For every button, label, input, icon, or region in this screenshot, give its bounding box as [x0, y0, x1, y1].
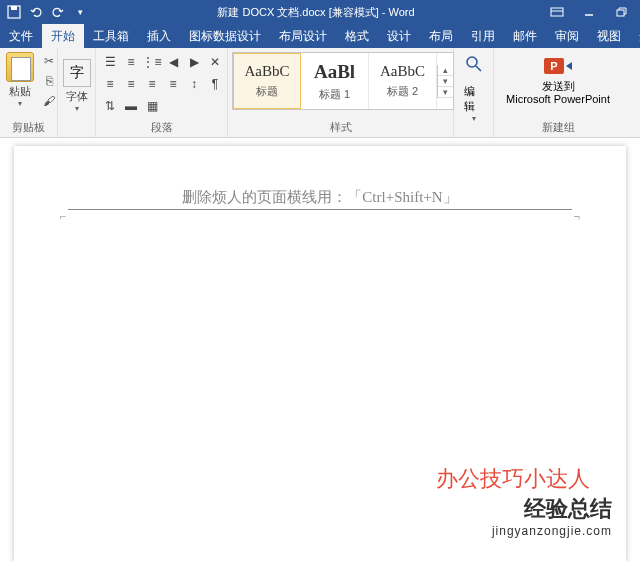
copy-icon[interactable]: ⎘	[40, 72, 58, 90]
tab-design[interactable]: 设计	[378, 24, 420, 48]
font-group: 字 字体 ▾	[58, 48, 96, 137]
increase-indent-icon[interactable]: ▶	[184, 52, 204, 72]
bullets-icon[interactable]: ☰	[100, 52, 120, 72]
borders-icon[interactable]: ▦	[142, 96, 162, 116]
font-label: 字体	[66, 89, 88, 104]
style-title[interactable]: AaBbC 标题	[233, 53, 301, 109]
styles-group-label: 样式	[232, 118, 449, 137]
tab-mail[interactable]: 邮件	[504, 24, 546, 48]
svg-rect-1	[11, 6, 17, 10]
clipboard-icon	[6, 52, 34, 82]
style-preview: AaBbC	[380, 63, 425, 80]
style-scroll: ▴ ▾ ▾	[437, 65, 453, 98]
style-heading2[interactable]: AaBbC 标题 2	[369, 53, 437, 109]
style-scroll-up-icon[interactable]: ▴	[438, 65, 453, 76]
watermark-pinyin: jingyanzongjie.com	[492, 524, 612, 538]
paragraph-group: ☰ ≡ ⋮≡ ◀ ▶ ✕ ≡ ≡ ≡ ≡ ↕ ¶ ⇅ ▬	[96, 48, 228, 137]
redo-icon[interactable]	[48, 2, 68, 22]
style-more-icon[interactable]: ▾	[438, 87, 453, 98]
watermark-red: 办公技巧小达人	[436, 464, 590, 494]
style-gallery: AaBbC 标题 AaBl 标题 1 AaBbC 标题 2 ▴ ▾ ▾	[232, 52, 454, 110]
send-to-label: 发送到Microsoft PowerPoint	[506, 80, 610, 106]
shading-icon[interactable]: ▬	[121, 96, 141, 116]
ribbon-tabs: 文件 开始 工具箱 插入 图标数据设计 布局设计 格式 设计 布局 引用 邮件 …	[0, 24, 640, 48]
style-name: 标题 1	[319, 87, 350, 102]
tab-file[interactable]: 文件	[0, 24, 42, 48]
header-text: 删除烦人的页面横线用：「Ctrl+Shift+N」	[182, 188, 457, 207]
watermark-black: 经验总结 jingyanzongjie.com	[492, 494, 612, 538]
paste-label: 粘贴	[9, 84, 31, 99]
restore-icon[interactable]	[606, 2, 636, 22]
undo-icon[interactable]	[26, 2, 46, 22]
svg-line-12	[476, 66, 481, 71]
sort-icon[interactable]: ↕	[184, 74, 204, 94]
editing-label: 编辑	[464, 84, 484, 114]
document-area: 删除烦人的页面横线用：「Ctrl+Shift+N」 ⌐¬ 办公技巧小达人 经验总…	[0, 138, 640, 562]
newgroup-label: 新建组	[498, 118, 618, 137]
align-right-icon[interactable]: ≡	[142, 74, 162, 94]
cut-icon[interactable]: ✂	[40, 52, 58, 70]
window-controls	[542, 2, 636, 22]
numbering-icon[interactable]: ≡	[121, 52, 141, 72]
qat-dropdown-icon[interactable]: ▾	[70, 2, 90, 22]
justify-icon[interactable]: ≡	[163, 74, 183, 94]
editing-group: 编辑 ▾	[454, 48, 494, 137]
style-scroll-down-icon[interactable]: ▾	[438, 76, 453, 87]
font-icon: 字	[63, 59, 91, 87]
ribbon: 粘贴 ▾ ✂ ⎘ 🖌 剪贴板 字 字体 ▾ ☰ ≡	[0, 48, 640, 138]
style-name: 标题	[256, 84, 278, 99]
header-crop-marks: ⌐¬	[60, 210, 580, 222]
align-center-icon[interactable]: ≡	[121, 74, 141, 94]
paste-button[interactable]: 粘贴 ▾	[4, 50, 36, 110]
font-group-label	[62, 121, 91, 137]
save-icon[interactable]	[4, 2, 24, 22]
tab-view[interactable]: 视图	[588, 24, 630, 48]
text-direction-icon[interactable]: ✕	[205, 52, 225, 72]
page-header[interactable]: 删除烦人的页面横线用：「Ctrl+Shift+N」 ⌐¬	[68, 188, 572, 210]
styles-group: AaBbC 标题 AaBl 标题 1 AaBbC 标题 2 ▴ ▾ ▾ 样式	[228, 48, 454, 137]
multilevel-icon[interactable]: ⋮≡	[142, 52, 162, 72]
decrease-indent-icon[interactable]: ◀	[163, 52, 183, 72]
tab-insert[interactable]: 插入	[138, 24, 180, 48]
svg-rect-2	[551, 8, 563, 16]
quick-access-toolbar: ▾	[4, 2, 90, 22]
tab-layout[interactable]: 布局	[420, 24, 462, 48]
tab-icon-data-design[interactable]: 图标数据设计	[180, 24, 270, 48]
format-painter-icon[interactable]: 🖌	[40, 92, 58, 110]
show-marks-icon[interactable]: ¶	[205, 74, 225, 94]
ribbon-options-icon[interactable]	[542, 2, 572, 22]
clipboard-group: 粘贴 ▾ ✂ ⎘ 🖌 剪贴板	[0, 48, 58, 137]
paragraph-group-label: 段落	[100, 118, 223, 137]
find-icon	[464, 54, 484, 82]
tab-toolbox[interactable]: 工具箱	[84, 24, 138, 48]
align-left-icon[interactable]: ≡	[100, 74, 120, 94]
font-button[interactable]: 字 字体 ▾	[61, 57, 93, 115]
style-preview: AaBl	[314, 61, 355, 83]
clipboard-group-label: 剪贴板	[4, 118, 53, 137]
svg-rect-5	[617, 10, 624, 16]
tab-references[interactable]: 引用	[462, 24, 504, 48]
tab-home[interactable]: 开始	[42, 24, 84, 48]
style-preview: AaBbC	[245, 63, 290, 80]
window-title: 新建 DOCX 文档.docx [兼容模式] - Word	[90, 5, 542, 20]
tab-format[interactable]: 格式	[336, 24, 378, 48]
svg-point-11	[467, 57, 477, 67]
style-name: 标题 2	[387, 84, 418, 99]
svg-text:P: P	[550, 60, 557, 72]
watermark-cn: 经验总结	[492, 494, 612, 524]
line-spacing-icon[interactable]: ⇅	[100, 96, 120, 116]
tab-layout-design[interactable]: 布局设计	[270, 24, 336, 48]
powerpoint-icon: P	[542, 54, 574, 78]
style-heading1[interactable]: AaBl 标题 1	[301, 53, 369, 109]
minimize-icon[interactable]	[574, 2, 604, 22]
editing-button[interactable]: 编辑 ▾	[458, 50, 490, 127]
tab-developer[interactable]: 开发工具	[630, 24, 640, 48]
titlebar: ▾ 新建 DOCX 文档.docx [兼容模式] - Word	[0, 0, 640, 24]
tab-review[interactable]: 审阅	[546, 24, 588, 48]
newgroup-group: P 发送到Microsoft PowerPoint 新建组	[494, 48, 622, 137]
send-to-button[interactable]: P 发送到Microsoft PowerPoint	[498, 50, 618, 110]
